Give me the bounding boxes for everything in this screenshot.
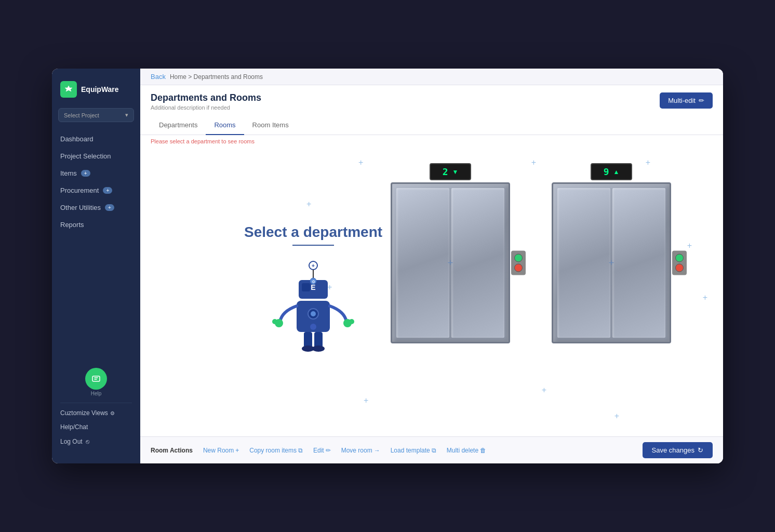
page-header: Departments and Rooms Additional descrip… <box>140 85 723 111</box>
elevator-2-door-right <box>612 188 665 338</box>
multi-delete-button[interactable]: Multi delete 🗑 <box>443 445 490 456</box>
elevator-2-btn-up <box>675 254 684 262</box>
svg-point-11 <box>311 311 316 316</box>
svg-point-16 <box>349 319 354 324</box>
multi-edit-button[interactable]: Multi-edit ✏ <box>660 92 713 109</box>
page-title-group: Departments and Rooms Additional descrip… <box>151 92 261 111</box>
tab-rooms[interactable]: Rooms <box>206 116 244 135</box>
top-bar: Back Home > Departments and Rooms <box>140 69 723 85</box>
svg-point-20 <box>312 345 325 352</box>
plus-sign-6: + <box>364 396 368 405</box>
edit-button[interactable]: Edit ✏ <box>309 445 335 456</box>
log-out-button[interactable]: Log Out ⎋ <box>52 434 140 449</box>
save-changes-button[interactable]: Save changes ↻ <box>643 442 713 458</box>
select-dept-title: Select a department <box>244 224 382 241</box>
help-button[interactable]: Help <box>60 368 132 396</box>
svg-rect-17 <box>304 332 312 348</box>
load-template-button[interactable]: Load template ⧉ <box>386 445 440 456</box>
elevator-1: 2 ▼ <box>391 163 510 343</box>
elevator-1-door-right <box>451 188 504 338</box>
room-actions-left: Room Actions New Room + Copy room items … <box>151 445 490 456</box>
logo: EquipWare <box>52 77 140 108</box>
plus-sign-13: + <box>703 293 707 302</box>
elevator-1-number: 2 <box>443 166 448 177</box>
sidebar-bottom: Help Cuztomize Views ⚙ Help/Chat Log Out… <box>52 362 140 455</box>
breadcrumb: Home > Departments and Rooms <box>170 73 263 81</box>
elevator-2-btn-down <box>675 264 684 272</box>
robot-illustration: + E ⚙ <box>244 254 382 360</box>
elevator-2: 9 ▲ <box>552 163 671 343</box>
back-button[interactable]: Back <box>151 73 166 81</box>
plus-sign-1: + <box>358 158 363 167</box>
page-subtitle: Additional description if needed <box>151 104 261 111</box>
sidebar: EquipWare Select Project ▾ Dashboard Pro… <box>52 69 140 463</box>
elevator-2-center-plus: + <box>609 258 614 269</box>
elevator-1-arrow: ▼ <box>452 168 458 176</box>
page-title: Departments and Rooms <box>151 92 261 103</box>
svg-rect-18 <box>314 332 323 348</box>
sidebar-item-items[interactable]: Items + <box>52 165 140 182</box>
svg-point-14 <box>272 319 277 324</box>
plus-sign-4: + <box>306 200 311 209</box>
plus-sign-5: + <box>327 283 332 292</box>
help-circle-icon[interactable] <box>85 368 107 390</box>
elevator-1-btn-up <box>514 254 523 262</box>
elevator-1-car: + <box>391 182 510 343</box>
sidebar-item-procurement[interactable]: Procurement + <box>52 182 140 199</box>
canvas-area: Select a department + E <box>140 148 723 436</box>
sidebar-item-dashboard[interactable]: Dashboard <box>52 130 140 148</box>
tab-notice: Please select a department to see rooms <box>140 135 723 148</box>
help-chat-button[interactable]: Help/Chat <box>52 420 140 434</box>
plus-sign-11: + <box>614 411 619 421</box>
elevator-2-arrow: ▲ <box>613 168 619 176</box>
sidebar-item-other-utilities[interactable]: Other Utilities + <box>52 199 140 216</box>
elevator-2-display: 9 ▲ <box>591 163 632 180</box>
elevator-1-btn-down <box>514 264 523 272</box>
select-department-message: Select a department + E <box>244 224 382 360</box>
project-select-dropdown[interactable]: Select Project ▾ <box>58 108 134 122</box>
sidebar-divider <box>60 403 132 403</box>
plus-sign-12: + <box>687 241 692 250</box>
sidebar-item-reports[interactable]: Reports <box>52 216 140 233</box>
elevator-2-controls <box>672 251 687 275</box>
elevators-container: 2 ▼ <box>391 163 671 343</box>
tab-departments[interactable]: Departments <box>151 116 206 135</box>
elevator-2-door-left <box>557 188 610 338</box>
svg-text:+: + <box>312 263 315 269</box>
sidebar-item-project-selection[interactable]: Project Selection <box>52 148 140 165</box>
svg-rect-0 <box>92 376 100 381</box>
room-actions-label: Room Actions <box>151 447 193 454</box>
plus-sign-10: + <box>542 385 546 395</box>
svg-rect-5 <box>302 283 310 291</box>
move-room-button[interactable]: Move room → <box>337 445 384 456</box>
select-dept-line <box>292 245 334 246</box>
elevator-1-center-plus: + <box>448 258 453 269</box>
logo-icon <box>60 81 77 98</box>
elevator-1-display: 2 ▼ <box>430 163 471 180</box>
copy-room-items-button[interactable]: Copy room items ⧉ <box>245 445 307 456</box>
elevator-2-car: + <box>552 182 671 343</box>
elevator-1-door-left <box>396 188 449 338</box>
elevator-1-controls <box>511 251 526 275</box>
customize-views-button[interactable]: Cuztomize Views ⚙ <box>52 406 140 420</box>
app-name: EquipWare <box>81 85 119 94</box>
room-actions-bar: Room Actions New Room + Copy room items … <box>140 436 723 463</box>
svg-point-12 <box>310 324 316 330</box>
new-room-button[interactable]: New Room + <box>199 445 243 456</box>
main-content: Back Home > Departments and Rooms Depart… <box>140 69 723 463</box>
elevator-2-number: 9 <box>604 166 609 177</box>
svg-text:⚙: ⚙ <box>312 280 315 284</box>
tab-room-items[interactable]: Room Items <box>244 116 297 135</box>
tabs-bar: Departments Rooms Room Items <box>140 116 723 135</box>
